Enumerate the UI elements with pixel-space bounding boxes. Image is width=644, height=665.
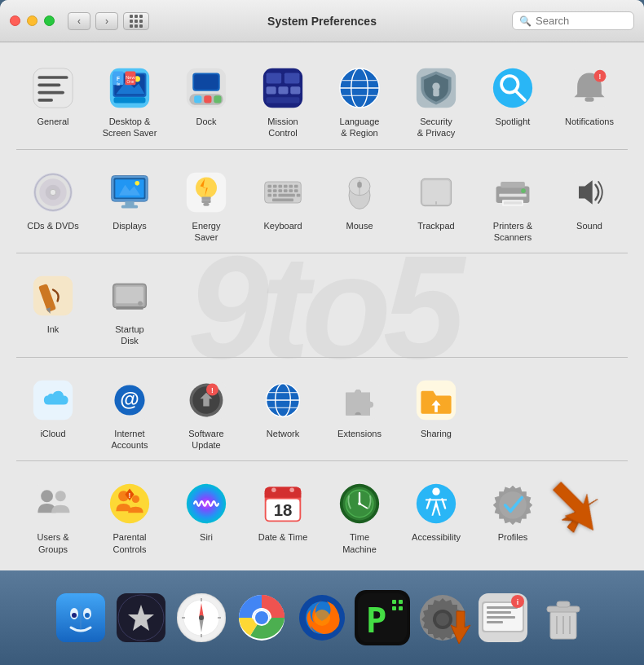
dock-trash[interactable]	[536, 590, 591, 645]
pref-accessibility[interactable]: Accessibility	[399, 474, 473, 562]
svg-rect-27	[267, 86, 276, 94]
maximize-button[interactable]	[44, 15, 55, 26]
svg-point-126	[55, 491, 66, 502]
svg-point-94	[521, 188, 526, 193]
pref-desktop-screensaver[interactable]: F ile New One Desktop &Screen Saver	[93, 59, 166, 146]
svg-rect-26	[285, 73, 300, 83]
pref-network[interactable]: Network	[246, 371, 320, 458]
svg-rect-181	[392, 600, 396, 604]
svg-point-157	[85, 613, 90, 618]
svg-text:ile: ile	[117, 82, 121, 86]
svg-text:One: One	[127, 80, 135, 84]
network-icon	[260, 377, 306, 423]
svg-text:New: New	[126, 75, 135, 80]
pref-parental-controls[interactable]: ! ParentalControls	[93, 474, 166, 562]
svg-point-139	[289, 488, 294, 493]
pref-security-privacy[interactable]: Security& Privacy	[399, 59, 473, 146]
search-input[interactable]	[536, 15, 627, 27]
svg-rect-21	[214, 95, 221, 103]
dock-launchpad[interactable]	[113, 590, 169, 645]
pref-internet-accounts[interactable]: @ InternetAccounts	[93, 371, 166, 458]
network-label: Network	[267, 428, 299, 439]
svg-point-125	[41, 491, 53, 503]
forward-button[interactable]: ›	[95, 12, 118, 30]
svg-rect-80	[297, 193, 301, 196]
svg-rect-16	[114, 97, 146, 103]
accessibility-label: Accessibility	[412, 531, 461, 543]
minimize-button[interactable]	[27, 15, 37, 26]
svg-rect-29	[290, 86, 300, 94]
pref-time-machine[interactable]: TimeMachine	[323, 474, 396, 562]
svg-rect-44	[584, 97, 593, 102]
search-box[interactable]: 🔍	[512, 11, 634, 30]
printers-icon	[490, 170, 536, 215]
pref-icloud[interactable]: iCloud	[16, 371, 90, 458]
pref-printers-scanners[interactable]: Printers &Scanners	[476, 163, 549, 250]
pref-profiles[interactable]: Profiles	[476, 474, 549, 562]
pref-energy-saver[interactable]: EnergySaver	[170, 163, 243, 250]
pref-general[interactable]: General	[16, 59, 90, 146]
back-button[interactable]: ‹	[68, 12, 90, 30]
mouse-label: Mouse	[346, 220, 373, 231]
svg-rect-55	[121, 205, 138, 208]
pref-siri[interactable]: Siri	[170, 474, 243, 562]
svg-rect-191	[487, 606, 518, 609]
dock-istatmenus[interactable]: P	[355, 590, 410, 645]
security-icon	[413, 65, 459, 111]
svg-rect-74	[284, 189, 288, 192]
pref-sound[interactable]: Sound	[553, 163, 626, 250]
svg-rect-78	[273, 193, 277, 196]
dock-firefox[interactable]	[294, 590, 350, 645]
notifications-label: Notifications	[565, 116, 614, 127]
pref-ink[interactable]: Ink	[16, 266, 90, 354]
svg-rect-70	[294, 184, 298, 187]
parental-controls-label: ParentalControls	[113, 531, 147, 555]
pref-cds-dvds[interactable]: CDs & DVDs	[16, 163, 90, 250]
svg-point-138	[271, 488, 276, 493]
pref-notifications[interactable]: ! Notifications	[553, 59, 626, 146]
pref-extensions[interactable]: Extensions	[323, 371, 396, 458]
security-privacy-label: Security& Privacy	[417, 116, 455, 139]
pref-software-update[interactable]: ! SoftwareUpdate	[170, 371, 243, 458]
mouse-icon	[337, 170, 382, 215]
pref-users-groups[interactable]: Users &Groups	[16, 474, 90, 562]
pref-sharing[interactable]: Sharing	[399, 371, 473, 458]
profiles-label: Profiles	[498, 531, 528, 543]
svg-rect-63	[203, 203, 209, 206]
grid-view-button[interactable]	[123, 12, 149, 30]
svg-rect-79	[278, 193, 294, 196]
pref-spotlight[interactable]: Spotlight	[476, 59, 549, 146]
svg-rect-25	[267, 73, 282, 83]
dock-finder[interactable]	[53, 590, 108, 645]
pref-trackpad[interactable]: Trackpad	[399, 163, 473, 250]
dock-image-capture[interactable]: i	[475, 590, 531, 645]
svg-point-129	[132, 495, 139, 503]
sound-label: Sound	[576, 220, 602, 231]
ink-label: Ink	[47, 324, 60, 335]
system-items-grid: Users &Groups	[16, 471, 628, 565]
dock-chrome[interactable]	[234, 590, 289, 645]
startup-disk-label: StartupDisk	[115, 324, 143, 347]
ink-icon	[30, 273, 76, 319]
svg-rect-3	[37, 91, 64, 95]
dock-system-preferences[interactable]	[415, 590, 470, 645]
pref-date-time[interactable]: 18 Date & Time	[246, 474, 320, 562]
pref-dock[interactable]: Dock	[170, 59, 243, 146]
svg-rect-75	[289, 189, 293, 192]
spotlight-icon	[490, 65, 536, 111]
content-area: 9to5 General	[0, 42, 644, 570]
dock-safari[interactable]	[174, 590, 229, 645]
svg-rect-69	[289, 184, 293, 187]
pref-keyboard[interactable]: Keyboard	[246, 163, 320, 250]
pref-mission-control[interactable]: MissionControl	[246, 59, 320, 146]
svg-rect-93	[504, 201, 522, 205]
cds-dvds-label: CDs & DVDs	[27, 220, 79, 231]
extensions-icon	[337, 377, 382, 423]
pref-mouse[interactable]: Mouse	[323, 163, 396, 250]
pref-language-region[interactable]: Language& Region	[323, 59, 396, 146]
pref-startup-disk[interactable]: StartupDisk	[93, 266, 166, 354]
pref-displays[interactable]: Displays	[93, 163, 166, 250]
icloud-icon	[30, 377, 76, 423]
cds-icon	[30, 170, 76, 215]
close-button[interactable]	[10, 15, 20, 26]
